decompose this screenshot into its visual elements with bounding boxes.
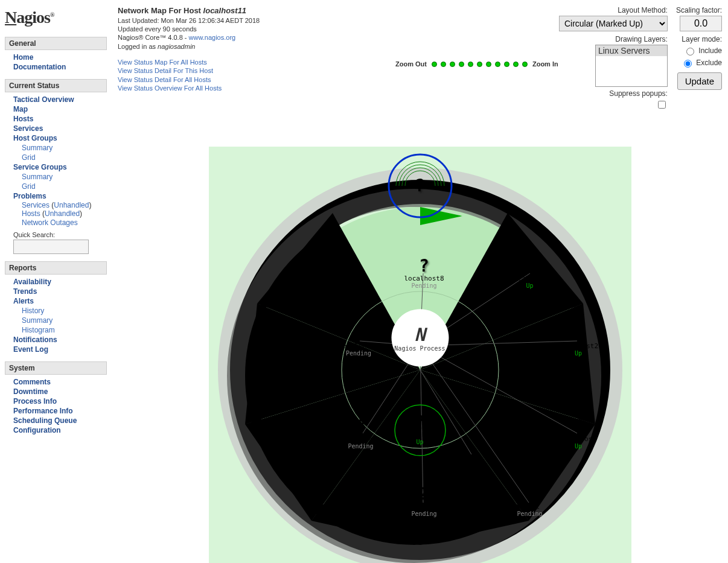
update-button[interactable]: Update xyxy=(677,72,722,90)
nav-tactical-overview[interactable]: Tactical Overview xyxy=(13,95,104,104)
zoom-level-dot[interactable] xyxy=(468,62,473,67)
nav-availability[interactable]: Availability xyxy=(13,277,104,287)
nav-hg-grid[interactable]: Grid xyxy=(13,153,104,162)
nav-downtime[interactable]: Downtime xyxy=(13,387,104,396)
host-node-lhost6[interactable]: ?lhost6Pending xyxy=(348,418,373,450)
host-node-localhost8[interactable]: ?localhost8Pending xyxy=(404,258,444,289)
host-node-localhost7[interactable]: ?localhost7Pending xyxy=(339,325,378,357)
nav-sg-grid[interactable]: Grid xyxy=(13,182,104,191)
nav-host-groups[interactable]: Host Groups xyxy=(13,133,104,143)
nav-alerts[interactable]: Alerts xyxy=(13,296,104,306)
nav-alerts-history[interactable]: History xyxy=(13,306,104,316)
drawing-layers-select[interactable]: Linux Servers xyxy=(595,45,668,87)
nav-alerts-summary[interactable]: Summary xyxy=(13,316,104,325)
host-node-t5[interactable]: ?t5Pending xyxy=(411,486,436,517)
nav-alerts-histogram[interactable]: Histogram xyxy=(13,325,104,335)
zoom-level-dot[interactable] xyxy=(486,62,491,67)
layer-mode-exclude-radio[interactable] xyxy=(684,60,692,68)
suppress-popups-checkbox[interactable] xyxy=(658,101,666,109)
host-status: Pending xyxy=(339,350,378,357)
section-current-status: Current Status xyxy=(5,79,107,92)
nav-prob-services[interactable]: Services (Unhandled) xyxy=(13,201,104,209)
nav-performance-info[interactable]: Performance Info xyxy=(13,406,104,416)
nav-network-outages[interactable]: Network Outages xyxy=(13,218,104,227)
nav-prob-hosts[interactable]: Hosts (Unhandled) xyxy=(13,209,104,218)
link-status-detail-this[interactable]: View Status Detail For This Host xyxy=(118,67,213,74)
nagios-org-link[interactable]: www.nagios.org xyxy=(189,34,236,41)
host-status: Up xyxy=(558,350,598,357)
layer-mode-label: Layer mode: xyxy=(682,35,722,43)
nav-notifications[interactable]: Notifications xyxy=(13,335,104,345)
host-status: Pending xyxy=(411,511,436,517)
host-node-localhost1[interactable]: ?localhost1Up xyxy=(509,258,549,289)
nav-configuration[interactable]: Configuration xyxy=(13,425,104,435)
host-status: Pending xyxy=(348,443,373,450)
info-block: Network Map For Host localhost11 Last Up… xyxy=(118,6,260,110)
map-root-node[interactable]: ? xyxy=(415,177,425,194)
host-label: localhost8 xyxy=(404,275,444,282)
question-icon: ? xyxy=(560,418,596,435)
layer-mode-include-radio[interactable] xyxy=(686,48,694,56)
nav-event-log[interactable]: Event Log xyxy=(13,345,104,354)
exclude-label: Exclude xyxy=(696,59,722,67)
host-label: localhost xyxy=(560,435,596,443)
drawing-layers-label: Drawing Layers: xyxy=(615,35,668,43)
quick-search-input[interactable] xyxy=(13,240,89,254)
question-icon: ? xyxy=(348,418,373,435)
nav-scheduling-queue[interactable]: Scheduling Queue xyxy=(13,416,104,425)
nav-map[interactable]: Map xyxy=(13,104,104,114)
section-general: General xyxy=(5,37,107,50)
nav-trends[interactable]: Trends xyxy=(13,287,104,296)
nav-hosts[interactable]: Hosts xyxy=(13,114,104,124)
zoom-level-dot[interactable] xyxy=(495,62,500,67)
main-content: Network Map For Host localhost11 Last Up… xyxy=(112,0,728,563)
sidebar: Nagios® General Home Documentation Curre… xyxy=(0,0,112,563)
nav-service-groups[interactable]: Service Groups xyxy=(13,162,104,172)
host-node-local[interactable]: ?localPending xyxy=(517,486,542,517)
host-status: Up xyxy=(402,439,438,445)
zoom-level-dot[interactable] xyxy=(432,62,437,67)
zoom-level-dot[interactable] xyxy=(477,62,482,67)
nav-hg-summary[interactable]: Summary xyxy=(13,143,104,153)
nav-comments[interactable]: Comments xyxy=(13,377,104,387)
section-reports: Reports xyxy=(5,261,107,275)
logged-in-as: Logged in as nagiosadmin xyxy=(118,42,260,51)
host-status: Up xyxy=(560,443,596,450)
nav-problems[interactable]: Problems xyxy=(13,191,104,201)
link-status-overview-all[interactable]: View Status Overview For All Hosts xyxy=(118,84,222,92)
nav-sg-summary[interactable]: Summary xyxy=(13,172,104,182)
nagios-process-node[interactable]: N Nagios Process xyxy=(391,309,449,366)
zoom-level-dot[interactable] xyxy=(459,62,464,67)
quick-search-label: Quick Search: xyxy=(13,227,104,240)
nav-process-info[interactable]: Process Info xyxy=(13,396,104,406)
host-status: Pending xyxy=(517,511,542,517)
zoom-level-dot[interactable] xyxy=(450,62,455,67)
host-label: t5 xyxy=(411,503,436,511)
nagios-process-label: Nagios Process xyxy=(391,345,449,352)
host-node-localhost[interactable]: ?localhostUp xyxy=(560,418,596,450)
zoom-level-dot[interactable] xyxy=(522,62,528,67)
layer-option-linux[interactable]: Linux Servers xyxy=(596,45,667,56)
update-interval: Updated every 90 seconds xyxy=(118,25,260,33)
question-icon: ? xyxy=(558,325,598,342)
zoom-level-dot[interactable] xyxy=(513,62,519,67)
host-label: localhost1 xyxy=(509,275,549,282)
nav-documentation[interactable]: Documentation xyxy=(13,62,104,72)
host-status: Up xyxy=(509,282,549,289)
nagios-n-icon: N xyxy=(391,324,449,345)
nav-home[interactable]: Home xyxy=(13,52,104,62)
layout-method-label: Layout Method: xyxy=(618,6,668,14)
link-status-detail-all[interactable]: View Status Detail For All Hosts xyxy=(118,76,211,83)
question-icon: ? xyxy=(402,414,438,431)
zoom-level-dot[interactable] xyxy=(441,62,446,67)
host-node-localhost[interactable]: ? localhost Up xyxy=(402,414,438,445)
host-node-localhost2[interactable]: ?localhost2Up xyxy=(558,325,598,357)
nav-services[interactable]: Services xyxy=(13,124,104,133)
logo: Nagios® xyxy=(5,3,107,34)
layout-method-select[interactable]: Circular (Marked Up) xyxy=(559,16,668,31)
link-status-map-all[interactable]: View Status Map For All Hosts xyxy=(118,59,207,66)
zoom-level-dot[interactable] xyxy=(504,62,509,67)
core-version: Nagios® Core™ 4.0.8 - www.nagios.org xyxy=(118,33,260,42)
scaling-factor-input[interactable] xyxy=(680,16,722,31)
network-map[interactable]: ? N Nagios Process ? localhost Up ?local… xyxy=(209,147,631,563)
